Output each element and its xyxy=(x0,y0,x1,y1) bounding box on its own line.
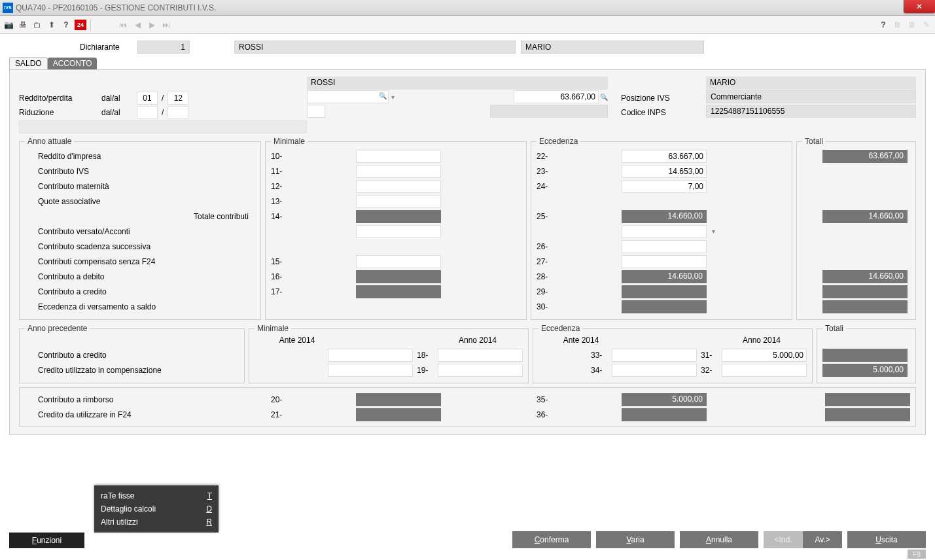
funzioni-button[interactable]: Funzioni xyxy=(9,533,84,548)
min-10-input[interactable] xyxy=(356,150,441,163)
print-icon[interactable]: 🖶 xyxy=(17,19,29,31)
close-button[interactable]: ✕ xyxy=(904,0,935,13)
conferma-button[interactable]: Conferma xyxy=(512,531,591,548)
window-title: QUA740 - PF20160105 - GESTIONE CONTRIBUT… xyxy=(16,3,216,12)
tab-saldo[interactable]: SALDO xyxy=(9,57,48,69)
titlebar: IVS QUA740 - PF20160105 - GESTIONE CONTR… xyxy=(0,0,935,16)
tabs: SALDO ACCONTO xyxy=(9,56,926,69)
ecc-32-input[interactable] xyxy=(722,364,807,377)
app-icon: IVS xyxy=(3,3,13,13)
min-ante-cred-input[interactable] xyxy=(328,349,413,362)
ecc-24-input[interactable] xyxy=(622,180,707,193)
edit-icon[interactable]: ✎ xyxy=(921,19,932,31)
varia-button[interactable]: Varia xyxy=(596,531,675,548)
min-17-total xyxy=(356,285,441,298)
ecc-29-total xyxy=(622,285,707,298)
menu-dettaglio[interactable]: Dettaglio calcoliD xyxy=(94,502,219,516)
ind-button: <Ind. xyxy=(764,531,803,548)
av-button[interactable]: Av.> xyxy=(803,531,842,548)
tot-prev-comp: 5.000,00 xyxy=(822,364,908,377)
min-12-input[interactable] xyxy=(356,180,441,193)
group-anno-precedente: Anno precedente Contributo a credito Cre… xyxy=(19,324,245,383)
riduzione-code-input[interactable] xyxy=(307,105,325,118)
ecc-22-input[interactable] xyxy=(622,150,707,163)
min-11-input[interactable] xyxy=(356,165,441,178)
riduzione-label: Riduzione xyxy=(19,108,97,117)
ecc-34-input[interactable] xyxy=(612,364,697,377)
group-minimale: Minimale 10- 11- 12- 13- 14- 15- 16- 17- xyxy=(265,137,527,320)
ecc-26-input[interactable] xyxy=(622,240,707,253)
nav-next-icon[interactable]: ▶ xyxy=(146,19,158,31)
ecc-23-input[interactable] xyxy=(622,165,707,178)
tot-eccedenza xyxy=(822,300,908,313)
camera-icon[interactable]: 📷 xyxy=(3,19,14,31)
bottom-group: Contributo a rimborso Credito da utilizz… xyxy=(19,387,916,427)
lookup-input[interactable] xyxy=(307,90,389,103)
ecc-28-total: 14.660,00 xyxy=(622,270,707,283)
dichiarante-number: 1 xyxy=(137,41,190,54)
group-anno-attuale: Anno attuale Reddito d'impresa Contribut… xyxy=(19,137,261,320)
min-13-input[interactable] xyxy=(356,195,441,208)
group-eccedenza: Eccedenza 22- 23- 24- 25-14.660,00 ▾ 26-… xyxy=(531,137,792,320)
folder-icon[interactable]: 🗀 xyxy=(31,19,43,31)
min-ante-comp-input[interactable] xyxy=(328,364,413,377)
nav-prev-icon[interactable]: ◀ xyxy=(132,19,143,31)
upload-icon[interactable]: ⬆ xyxy=(46,19,58,31)
badge-24[interactable]: 24 xyxy=(75,20,86,30)
tot-debito: 14.660,00 xyxy=(822,270,908,283)
dal-al-label-2: dal/al xyxy=(101,108,133,117)
funzioni-popup: raTe fisseT Dettaglio calcoliD Altri uti… xyxy=(94,485,219,533)
grey-box-mid xyxy=(490,105,608,118)
ecc-33-input[interactable] xyxy=(612,349,697,362)
search-icon[interactable]: 🔍 xyxy=(600,94,608,101)
dropdown-icon[interactable]: ▾ xyxy=(391,94,395,101)
codice-inps-value: 12254887151106555 xyxy=(706,105,916,118)
doc2-icon[interactable]: 🗎 xyxy=(906,19,918,31)
mese-da-input[interactable] xyxy=(137,92,158,105)
riduzione-a-input[interactable] xyxy=(168,106,188,119)
min-14-total xyxy=(356,210,441,223)
min-16-total xyxy=(356,270,441,283)
dichiarante-row: Dichiarante 1 ROSSI MARIO xyxy=(9,39,926,55)
tot-credito xyxy=(822,285,908,298)
nome2-box: MARIO xyxy=(706,77,916,90)
reddito-perdita-label: Reddito/perdita xyxy=(19,94,97,103)
min-18-input[interactable] xyxy=(438,349,523,362)
doc1-icon[interactable]: 🗎 xyxy=(892,19,904,31)
cognome-box: ROSSI xyxy=(234,41,516,54)
ecc-27-input[interactable] xyxy=(622,255,707,268)
note-box[interactable] xyxy=(19,120,307,133)
min-15-input[interactable] xyxy=(356,255,441,268)
riduzione-da-input[interactable] xyxy=(137,106,158,119)
footer: Funzioni raTe fisseT Dettaglio calcoliD … xyxy=(9,509,926,548)
dropdown-icon[interactable]: ▾ xyxy=(712,228,715,235)
help-icon[interactable]: ? xyxy=(60,19,72,31)
group-totali-prev: Totali 5.000,00 xyxy=(817,324,916,383)
ecc-36-total xyxy=(622,408,707,421)
min-19-input[interactable] xyxy=(438,364,523,377)
min-versato-input[interactable] xyxy=(356,225,441,238)
tot-reddito: 63.667,00 xyxy=(822,150,908,163)
tot-rimborso xyxy=(825,393,910,406)
tab-acconto[interactable]: ACCONTO xyxy=(48,58,97,69)
posizione-ivs-value: Commerciante xyxy=(706,90,916,103)
annulla-button[interactable]: Annulla xyxy=(680,531,758,548)
uscita-button[interactable]: Uscita xyxy=(847,531,926,548)
importo-top-input[interactable] xyxy=(514,90,599,103)
ecc-31-input[interactable] xyxy=(722,349,807,362)
nav-first-icon[interactable]: ⏮ xyxy=(117,19,129,31)
f9-indicator: F9 xyxy=(908,550,926,559)
nome-box: MARIO xyxy=(521,41,704,54)
ecc-30-total xyxy=(622,300,707,313)
menu-rate-fisse[interactable]: raTe fisseT xyxy=(94,489,219,502)
nav-last-icon[interactable]: ⏭ xyxy=(160,19,172,31)
menu-altri[interactable]: Altri utilizziR xyxy=(94,516,219,529)
help2-icon[interactable]: ? xyxy=(877,19,889,31)
toolbar: 📷 🖶 🗀 ⬆ ? 24 ⏮ ◀ ▶ ⏭ ? 🗎 🗎 ✎ xyxy=(0,16,935,34)
group-totali: Totali 63.667,00 14.660,00 14.660,00 xyxy=(796,137,916,320)
posizione-ivs-label: Posizione IVS xyxy=(621,94,670,103)
ecc-versato-input[interactable] xyxy=(622,225,707,238)
tot-prev-cred xyxy=(822,349,908,362)
mese-a-input[interactable] xyxy=(168,92,188,105)
group-eccedenza-prev: Eccedenza Ante 2014Anno 2014 33- 31- 34-… xyxy=(533,324,813,383)
